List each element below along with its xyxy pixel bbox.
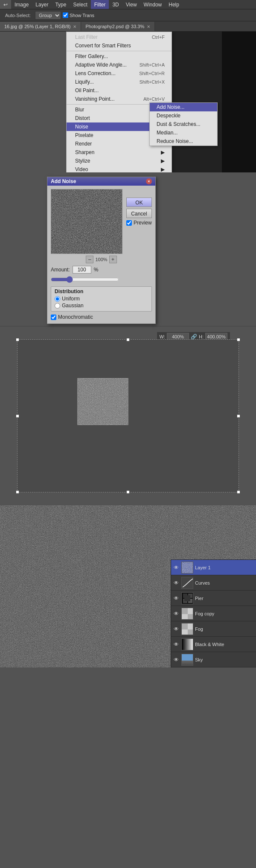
noise-dust-scratches[interactable]: Dust & Scratches... (150, 120, 217, 128)
svg-rect-18 (182, 654, 193, 666)
noise-despeckle[interactable]: Despeckle (150, 111, 217, 120)
layer-row-sky[interactable]: 👁 Sky (171, 652, 256, 667)
handle-top-right[interactable] (237, 338, 240, 341)
menu-item-back[interactable]: ↩ (0, 0, 11, 9)
filter-video[interactable]: Video▶ (67, 165, 172, 172)
svg-rect-12 (182, 608, 188, 614)
tab-photography-label: Photography2.psd @ 33.3% (85, 24, 144, 29)
filter-stylize[interactable]: Stylize▶ (67, 157, 172, 165)
monochromatic-label[interactable]: Monochromatic (51, 314, 152, 320)
zoom-out-button[interactable]: – (86, 256, 93, 263)
monochromatic-checkbox[interactable] (51, 315, 56, 320)
menu-item-view[interactable]: View (122, 0, 140, 9)
pier-eye-icon[interactable]: 👁 (173, 595, 180, 602)
amount-row: Amount: % (51, 266, 152, 274)
noise-reduce-noise[interactable]: Reduce Noise... (150, 137, 217, 146)
layer1-thumb (181, 562, 193, 574)
menu-item-type[interactable]: Type (52, 0, 70, 9)
tab-photography-close[interactable]: ✕ (147, 24, 150, 29)
tab-layer1[interactable]: 16.jpg @ 25% (Layer 1, RGB/8) ✕ (0, 22, 81, 31)
filter-menu-convert-smart[interactable]: Convert for Smart Filters (67, 41, 172, 50)
amount-unit: % (94, 267, 99, 273)
pier-thumb (181, 592, 193, 604)
handle-bottom-right[interactable] (237, 490, 240, 494)
dialog-buttons: OK Cancel Preview (126, 198, 152, 226)
svg-rect-3 (182, 562, 193, 574)
noise-median[interactable]: Median... (150, 128, 217, 137)
handle-left-mid[interactable] (16, 414, 19, 418)
noise-add-noise[interactable]: Add Noise... (150, 103, 217, 111)
menu-item-layer[interactable]: Layer (32, 0, 52, 9)
gaussian-radio[interactable] (55, 303, 60, 309)
distribution-box: Distribution Uniform Gaussian (51, 286, 152, 312)
dialog-body: OK Cancel Preview – 100% + Amount: % (47, 186, 155, 323)
monochromatic-text: Monochromatic (58, 314, 93, 320)
transform-area: W: 🔗 H: + (0, 326, 256, 505)
curves-eye-icon[interactable]: 👁 (173, 580, 180, 586)
dialog-close-button[interactable]: × (146, 178, 152, 184)
filter-oil-paint[interactable]: Oil Paint... (67, 86, 172, 95)
transform-center-point: + (100, 397, 105, 407)
layer-row-fog[interactable]: 👁 Fog (171, 621, 256, 637)
dialog-cancel-button[interactable]: Cancel (126, 209, 152, 218)
auto-select-dropdown[interactable]: Group Layer (35, 11, 61, 20)
filter-menu-section1: Last Filter Ctrl+F Convert for Smart Fil… (67, 32, 172, 51)
tab-layer1-close[interactable]: ✕ (73, 24, 76, 29)
layers-panel: 👁 Layer 1 👁 Curves (171, 559, 256, 667)
bw-name: Black & White (195, 642, 254, 647)
handle-top-left[interactable] (16, 338, 19, 341)
zoom-in-button[interactable]: + (109, 256, 117, 263)
w-label: W: (160, 334, 165, 339)
layer-row-pier[interactable]: 👁 Pier (171, 591, 256, 606)
curves-thumb (181, 577, 193, 589)
gaussian-label: Gaussian (62, 303, 84, 309)
fog-eye-icon[interactable]: 👁 (173, 626, 180, 632)
handle-bottom-mid[interactable] (126, 490, 130, 494)
dialog-ok-button[interactable]: OK (126, 198, 152, 207)
distribution-label: Distribution (55, 288, 148, 294)
menu-item-3d[interactable]: 3D (109, 0, 122, 9)
fog-name: Fog (195, 626, 254, 632)
show-transform-checkbox[interactable]: Show Trans (63, 12, 94, 18)
bw-eye-icon[interactable]: 👁 (173, 641, 180, 648)
filter-vanishing-point[interactable]: Vanishing Point... Alt+Ctrl+V (67, 95, 172, 103)
layer-row-bw[interactable]: 👁 Black & White (171, 637, 256, 652)
filter-adaptive-wide[interactable]: Adaptive Wide Angle... Shift+Ctrl+A (67, 61, 172, 69)
filter-sharpen[interactable]: Sharpen▶ (67, 148, 172, 157)
layer1-eye-icon[interactable]: 👁 (173, 564, 180, 571)
handle-right-mid[interactable] (237, 414, 240, 418)
menu-item-filter[interactable]: Filter (91, 0, 109, 9)
filter-lens-correction[interactable]: Lens Correction... Shift+Ctrl+R (67, 69, 172, 78)
handle-top-mid[interactable] (126, 338, 130, 341)
preview-label: Preview (134, 220, 152, 226)
menu-item-help[interactable]: Help (165, 0, 183, 9)
fog-copy-name: Fog copy (195, 611, 254, 616)
canvas-bg-darker (222, 32, 256, 172)
sky-eye-icon[interactable]: 👁 (173, 656, 180, 663)
filter-liquify[interactable]: Liquify... Shift+Ctrl+X (67, 78, 172, 86)
menu-item-image[interactable]: Image (11, 0, 32, 9)
tab-photography[interactable]: Photography2.psd @ 33.3% ✕ (81, 22, 155, 31)
svg-rect-0 (51, 189, 122, 253)
fog-copy-eye-icon[interactable]: 👁 (173, 610, 180, 617)
gaussian-radio-label[interactable]: Gaussian (55, 303, 148, 309)
filter-gallery[interactable]: Filter Gallery... (67, 52, 172, 61)
transform-inner-image: + (77, 378, 128, 425)
preview-checkbox[interactable] (126, 220, 132, 226)
layer-row-layer1[interactable]: 👁 Layer 1 (171, 560, 256, 575)
uniform-radio[interactable] (55, 296, 60, 302)
uniform-radio-label[interactable]: Uniform (55, 296, 148, 302)
tab-layer1-label: 16.jpg @ 25% (Layer 1, RGB/8) (4, 24, 70, 29)
handle-bottom-left[interactable] (16, 490, 19, 494)
preview-checkbox-container: Preview (126, 220, 152, 226)
layer-row-fog-copy[interactable]: 👁 Fog copy (171, 606, 256, 621)
menu-item-select[interactable]: Select (70, 0, 90, 9)
svg-rect-10 (184, 595, 190, 601)
filter-menu-last-filter[interactable]: Last Filter Ctrl+F (67, 33, 172, 41)
preview-canvas (51, 189, 122, 254)
curves-name: Curves (195, 580, 254, 585)
menu-item-window[interactable]: Window (140, 0, 166, 9)
amount-input[interactable] (73, 266, 91, 274)
layer-row-curves[interactable]: 👁 Curves (171, 575, 256, 591)
amount-slider[interactable] (51, 276, 119, 283)
